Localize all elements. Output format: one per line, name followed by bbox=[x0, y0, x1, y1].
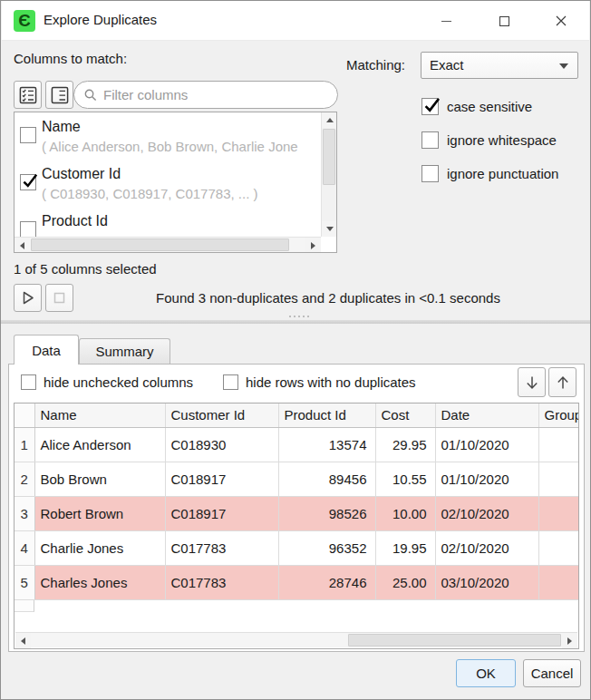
cell-name[interactable]: Robert Brown bbox=[34, 496, 165, 530]
cell-product-id[interactable]: 28746 bbox=[278, 565, 375, 599]
maximize-button[interactable] bbox=[483, 7, 525, 34]
tab-summary[interactable]: Summary bbox=[79, 338, 170, 364]
scroll-up-button[interactable] bbox=[322, 112, 337, 128]
scrollbar-thumb[interactable] bbox=[348, 634, 561, 647]
case-sensitive-option[interactable]: case sensitive bbox=[421, 98, 532, 115]
ok-button[interactable]: OK bbox=[456, 659, 516, 687]
column-checkbox-name[interactable] bbox=[20, 127, 36, 143]
cell-product-id[interactable]: 96352 bbox=[278, 530, 375, 565]
cancel-button[interactable]: Cancel bbox=[523, 659, 581, 687]
cell-group[interactable] bbox=[538, 530, 579, 565]
cell-cost[interactable]: 25.00 bbox=[375, 565, 435, 599]
scroll-left-button[interactable] bbox=[15, 633, 31, 648]
row-number[interactable]: 1 bbox=[15, 427, 34, 462]
column-item-customer-id[interactable]: Customer Id ( C018930, C018917, C017783,… bbox=[15, 160, 321, 207]
scroll-down-button[interactable] bbox=[322, 221, 337, 237]
header-date[interactable]: Date bbox=[435, 403, 538, 427]
row-number[interactable]: 2 bbox=[15, 462, 34, 496]
cell-name[interactable]: Alice Anderson bbox=[34, 427, 165, 462]
check-all-columns-button[interactable] bbox=[14, 81, 42, 109]
next-duplicate-button[interactable] bbox=[518, 367, 546, 397]
splitter-divider[interactable] bbox=[1, 320, 591, 324]
hide-rows-no-duplicates-label: hide rows with no duplicates bbox=[246, 374, 416, 390]
cell-cost[interactable]: 10.00 bbox=[375, 496, 435, 530]
cell-name[interactable]: Charlie Jones bbox=[34, 530, 165, 565]
cell-customer-id[interactable]: C017783 bbox=[165, 530, 278, 565]
cell-product-id[interactable]: 89456 bbox=[278, 462, 375, 496]
stop-icon bbox=[50, 288, 69, 307]
column-item-name[interactable]: Name ( Alice Anderson, Bob Brown, Charli… bbox=[15, 112, 321, 160]
row-number[interactable]: 4 bbox=[15, 530, 34, 565]
hide-unchecked-columns-checkbox[interactable] bbox=[21, 374, 36, 390]
row-number[interactable]: 3 bbox=[15, 496, 34, 530]
result-status-text: Found 3 non-duplicates and 2 duplicates … bbox=[78, 290, 578, 306]
header-customer-id[interactable]: Customer Id bbox=[165, 403, 278, 427]
row-number[interactable]: 5 bbox=[15, 565, 34, 599]
column-name: Name bbox=[42, 116, 321, 137]
stop-button[interactable] bbox=[45, 284, 73, 312]
chevron-down-icon bbox=[559, 63, 568, 69]
header-group[interactable]: Group bbox=[538, 403, 579, 427]
close-button[interactable] bbox=[540, 7, 582, 34]
cell-product-id[interactable]: 98526 bbox=[278, 496, 375, 530]
cell-date[interactable]: 02/10/2020 bbox=[435, 496, 538, 530]
previous-duplicate-button[interactable] bbox=[548, 367, 576, 397]
ignore-whitespace-label: ignore whitespace bbox=[447, 132, 557, 148]
cell-name[interactable]: Charles Jones bbox=[34, 565, 165, 599]
table-row-1[interactable]: 1 Alice Anderson C018930 13574 29.95 01/… bbox=[15, 427, 579, 462]
columns-list-vertical-scrollbar[interactable] bbox=[321, 112, 336, 237]
splitter-handle[interactable] bbox=[289, 316, 309, 317]
scroll-right-button[interactable] bbox=[305, 238, 321, 253]
tab-data[interactable]: Data bbox=[14, 335, 79, 365]
case-sensitive-checkbox[interactable] bbox=[421, 98, 439, 115]
arrow-down-icon bbox=[523, 374, 541, 392]
cell-product-id[interactable]: 13574 bbox=[278, 427, 375, 462]
scroll-left-icon bbox=[20, 242, 24, 249]
scrollbar-thumb[interactable] bbox=[31, 238, 289, 251]
ignore-whitespace-checkbox[interactable] bbox=[421, 131, 439, 149]
cell-group[interactable] bbox=[538, 565, 579, 599]
table-horizontal-scrollbar[interactable] bbox=[15, 632, 577, 647]
scroll-left-button[interactable] bbox=[15, 238, 30, 253]
cell-cost[interactable]: 19.95 bbox=[375, 530, 435, 565]
cell-name[interactable]: Bob Brown bbox=[34, 462, 165, 496]
cell-group[interactable] bbox=[538, 462, 579, 496]
hide-rows-no-duplicates-option[interactable]: hide rows with no duplicates bbox=[223, 374, 416, 390]
cell-group[interactable] bbox=[538, 427, 579, 462]
hide-unchecked-columns-option[interactable]: hide unchecked columns bbox=[21, 374, 193, 390]
header-product-id[interactable]: Product Id bbox=[278, 403, 375, 427]
table-row-2[interactable]: 2 Bob Brown C018917 89456 10.55 01/10/20… bbox=[15, 462, 579, 496]
scrollbar-thumb[interactable] bbox=[323, 129, 335, 185]
table-row-4[interactable]: 4 Charlie Jones C017783 96352 19.95 02/1… bbox=[15, 530, 579, 565]
table-row-5[interactable]: 5 Charles Jones C017783 28746 25.00 03/1… bbox=[15, 565, 579, 599]
uncheck-all-columns-button[interactable] bbox=[45, 81, 73, 109]
cell-date[interactable]: 01/10/2020 bbox=[435, 427, 538, 462]
cell-customer-id[interactable]: C017783 bbox=[165, 565, 278, 599]
column-checkbox-customer-id[interactable] bbox=[20, 174, 36, 190]
cell-customer-id[interactable]: C018917 bbox=[165, 496, 278, 530]
cell-group[interactable] bbox=[538, 496, 579, 530]
table-row-3[interactable]: 3 Robert Brown C018917 98526 10.00 02/10… bbox=[15, 496, 579, 530]
cell-cost[interactable]: 29.95 bbox=[375, 427, 435, 462]
scroll-right-button[interactable] bbox=[562, 633, 577, 648]
cell-cost[interactable]: 10.55 bbox=[375, 462, 435, 496]
ignore-punctuation-option[interactable]: ignore punctuation bbox=[421, 165, 558, 182]
cell-customer-id[interactable]: C018917 bbox=[165, 462, 278, 496]
cell-customer-id[interactable]: C018930 bbox=[165, 427, 278, 462]
row-number-header[interactable] bbox=[15, 403, 34, 427]
cell-date[interactable]: 01/10/2020 bbox=[435, 462, 538, 496]
filter-columns-input[interactable] bbox=[103, 83, 330, 106]
matching-dropdown[interactable]: Exact bbox=[421, 52, 578, 79]
header-name[interactable]: Name bbox=[34, 403, 165, 427]
cell-date[interactable]: 03/10/2020 bbox=[435, 565, 538, 599]
cell-date[interactable]: 02/10/2020 bbox=[435, 530, 538, 565]
minimize-button[interactable] bbox=[425, 7, 467, 34]
header-cost[interactable]: Cost bbox=[375, 403, 435, 427]
column-checkbox-product-id[interactable] bbox=[20, 221, 36, 237]
hide-rows-no-duplicates-checkbox[interactable] bbox=[223, 374, 238, 390]
column-item-product-id[interactable]: Product Id bbox=[15, 207, 321, 237]
run-button[interactable] bbox=[14, 284, 42, 312]
ignore-whitespace-option[interactable]: ignore whitespace bbox=[421, 131, 557, 149]
columns-list-horizontal-scrollbar[interactable] bbox=[15, 237, 321, 252]
ignore-punctuation-checkbox[interactable] bbox=[421, 165, 439, 182]
